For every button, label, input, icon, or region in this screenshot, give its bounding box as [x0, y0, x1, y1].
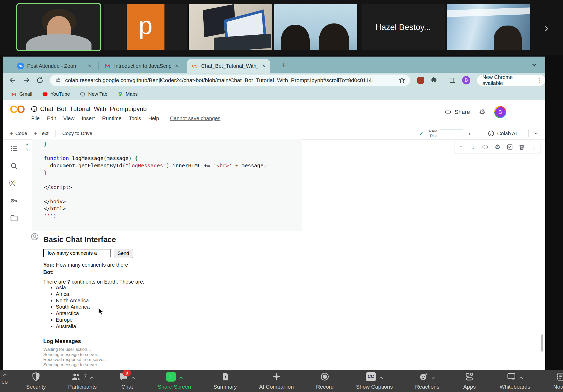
dock-item-show-captions[interactable]: CCShow Captions: [356, 371, 393, 390]
gear-icon[interactable]: ⚙: [494, 144, 501, 150]
resource-monitor[interactable]: RAMDisk: [429, 129, 463, 138]
gallery-next-icon[interactable]: ›: [545, 22, 548, 33]
log-line: Sending message to server...: [43, 362, 106, 368]
more-options-icon[interactable]: ⋮: [537, 77, 543, 84]
browser-profile-avatar[interactable]: B: [462, 76, 470, 84]
trash-icon[interactable]: [518, 144, 525, 150]
menu-help[interactable]: Help: [148, 115, 159, 121]
extension-icon[interactable]: [417, 77, 424, 84]
cell-toolbar: ↑↓⚙⋮: [455, 141, 540, 153]
add-text-button[interactable]: +Text: [34, 130, 48, 137]
forward-icon[interactable]: [22, 76, 30, 84]
bookmark-gmail[interactable]: Gmail: [11, 91, 32, 97]
dock-item-share-screen[interactable]: ↑Share Screen: [158, 371, 191, 390]
dock-item-participants[interactable]: 7Participants: [68, 371, 97, 390]
log-line: Waiting for user action...: [43, 347, 106, 352]
collapse-toolbar-icon[interactable]: [533, 131, 539, 136]
continent-item: Australia: [56, 323, 90, 330]
menu-tools[interactable]: Tools: [129, 115, 141, 121]
toc-icon[interactable]: [10, 144, 18, 152]
bookmark-new-tab[interactable]: New Tab: [80, 91, 107, 97]
send-button[interactable]: Send: [114, 249, 133, 258]
code-line: </script>: [44, 184, 267, 191]
colab-ai-button[interactable]: Colab AI: [488, 130, 517, 137]
bookmark-maps[interactable]: Maps: [117, 91, 138, 97]
extensions-puzzle-icon[interactable]: [430, 77, 437, 84]
dock-item-reactions[interactable]: Reactions: [415, 371, 439, 390]
menu-view[interactable]: View: [63, 115, 75, 121]
add-code-button[interactable]: +Code: [10, 130, 27, 137]
chevron-up-icon[interactable]: [432, 376, 436, 378]
letter-avatar: p: [127, 4, 164, 50]
bookmark-youtube[interactable]: YouTube: [42, 91, 70, 97]
dock-item-notes[interactable]: Notes: [553, 371, 563, 390]
chevron-up-icon[interactable]: [90, 376, 94, 378]
secrets-icon[interactable]: [10, 197, 18, 205]
code-editor-text[interactable]: } function logMessage(message) { documen…: [44, 140, 267, 220]
speaker-video[interactable]: [17, 4, 100, 50]
site-settings-icon[interactable]: [55, 77, 61, 83]
save-status-link[interactable]: Cannot save changes: [170, 115, 220, 121]
runtime-dropdown-icon[interactable]: ▼: [468, 131, 472, 136]
chevron-up-icon[interactable]: [519, 376, 523, 378]
copy-to-drive-button[interactable]: Copy to Drive: [62, 131, 92, 136]
dock-item-security[interactable]: Security: [26, 371, 46, 390]
dock-item-chat[interactable]: 3Chat: [119, 371, 135, 390]
browser-tab-3[interactable]: COChat_Bot_Tutorial_With_Pron×: [187, 59, 270, 73]
tab-close-icon[interactable]: ×: [87, 63, 92, 69]
move-up-icon[interactable]: ↑: [458, 144, 464, 150]
tab-close-icon[interactable]: ×: [261, 63, 266, 69]
shield-icon: [31, 372, 41, 381]
dock-item-record[interactable]: Record: [316, 371, 334, 390]
browser-tab-2[interactable]: Introduction to JavaScript - b×: [100, 59, 183, 73]
reload-icon[interactable]: [36, 76, 44, 84]
menu-runtime[interactable]: Runtime: [102, 115, 121, 121]
search-icon[interactable]: [10, 162, 18, 170]
menu-edit[interactable]: Edit: [47, 115, 56, 121]
colab-logo[interactable]: CO: [10, 103, 25, 115]
address-bar[interactable]: colab.research.google.com/github/BenjiCo…: [50, 75, 410, 86]
menu-insert[interactable]: Insert: [82, 115, 95, 121]
dock-item-whiteboards[interactable]: Whiteboards: [500, 371, 530, 390]
chevron-up-icon[interactable]: [3, 372, 7, 375]
menu-file[interactable]: File: [31, 115, 40, 121]
named-participant[interactable]: Hazel Bestoy...: [362, 4, 445, 50]
dock-item-ai-companion[interactable]: AI Companion: [259, 371, 294, 390]
dock-item-apps[interactable]: Apps: [462, 371, 477, 390]
more-icon[interactable]: ⋮: [531, 144, 537, 150]
chat-message-input[interactable]: [43, 249, 111, 257]
scrollbar-thumb[interactable]: [541, 334, 543, 352]
chevron-up-icon[interactable]: [131, 376, 135, 378]
notebook-title[interactable]: Chat_Bot_Tutorial_With_Prompt.ipynb: [40, 105, 147, 113]
settings-gear-icon[interactable]: ⚙: [479, 108, 485, 116]
new-chrome-available-button[interactable]: New Chrome available ⋮: [477, 75, 545, 86]
user-circle-icon: [31, 233, 39, 241]
colab-menubar: FileEditViewInsertRuntimeToolsHelpCannot…: [31, 115, 221, 121]
open-window-icon[interactable]: [506, 144, 513, 150]
participants-icon: [71, 372, 81, 381]
tarp-video[interactable]: [447, 4, 530, 50]
back-icon[interactable]: [9, 76, 17, 84]
tab-close-icon[interactable]: ×: [174, 63, 179, 69]
chevron-up-icon[interactable]: [179, 376, 183, 378]
url-text[interactable]: colab.research.google.com/github/BenjiCo…: [65, 77, 399, 83]
two-participants-video[interactable]: [274, 4, 357, 50]
new-tab-button[interactable]: +: [282, 61, 286, 69]
code-line: [44, 176, 267, 184]
dock-item-summary[interactable]: Summary: [213, 371, 237, 390]
browser-tab-1[interactable]: zmPost Attendee - Zoom×: [13, 59, 96, 73]
sidebar-variables-icon[interactable]: {x}: [9, 179, 16, 186]
letter-participant[interactable]: p: [104, 4, 187, 50]
move-down-icon[interactable]: ↓: [470, 144, 477, 150]
tab-search-chevron-icon[interactable]: [531, 61, 538, 69]
share-button[interactable]: Share: [445, 109, 470, 115]
side-panel-icon[interactable]: [449, 77, 456, 84]
dock-item-video-partial[interactable]: eo: [2, 372, 8, 385]
chevron-up-icon[interactable]: [379, 376, 383, 378]
colab-account-avatar[interactable]: B: [494, 106, 506, 118]
bookmark-star-icon[interactable]: [399, 77, 405, 84]
dock-label: Chat: [121, 384, 133, 390]
link-icon[interactable]: [482, 144, 489, 150]
files-icon[interactable]: [10, 214, 18, 222]
laptop-desk-video[interactable]: [189, 4, 272, 50]
